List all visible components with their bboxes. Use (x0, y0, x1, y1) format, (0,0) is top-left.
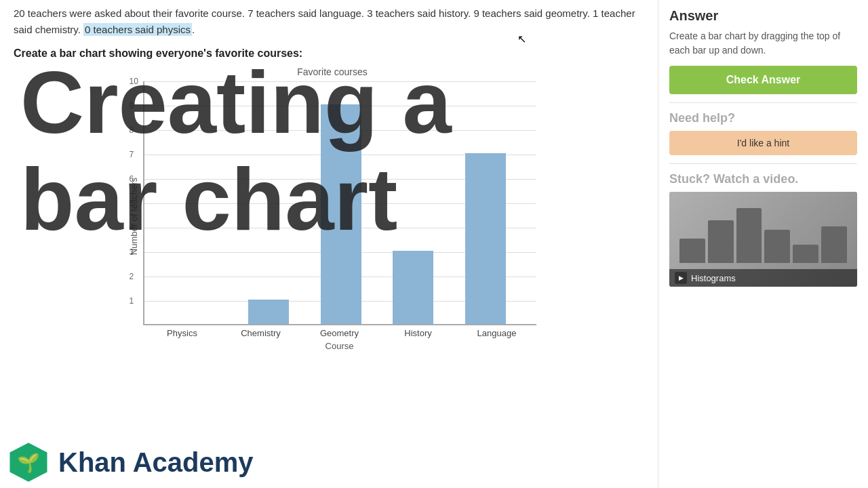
play-icon (675, 272, 687, 284)
chart-body: 10987654321 PhysicsChemistryGeometryHist… (143, 81, 536, 351)
chart-bar[interactable] (248, 300, 289, 324)
video-label: Histograms (691, 273, 736, 283)
y-tick: 6 (130, 174, 134, 184)
ka-hex-icon: 🌱 (7, 441, 50, 484)
stuck-section: Stuck? Watch a video. Histograms (669, 172, 857, 287)
fake-chart (676, 199, 850, 266)
highlight-text: 0 teachers said physics (83, 23, 192, 36)
answer-description: Create a bar chart by dragging the top o… (669, 29, 857, 58)
x-label: Chemistry (222, 328, 300, 338)
x-axis-title: Course (143, 341, 536, 351)
video-thumbnail[interactable]: Histograms (669, 192, 857, 287)
y-tick: 9 (130, 101, 134, 110)
answer-title: Answer (669, 8, 857, 24)
divider-1 (669, 102, 857, 103)
problem-text: 20 teachers were asked about their favor… (14, 0, 644, 38)
y-tick: 5 (130, 199, 134, 208)
svg-text:🌱: 🌱 (17, 452, 40, 474)
fake-bar-1 (679, 239, 705, 263)
x-label: Geometry (300, 328, 379, 338)
fake-bar-2 (708, 220, 734, 263)
chart-title: Favorite courses (297, 66, 367, 77)
problem-text-after: . (192, 24, 195, 35)
divider-2 (669, 163, 857, 164)
stuck-title: Stuck? Watch a video. (669, 172, 857, 186)
sidebar: Answer Create a bar chart by dragging th… (658, 0, 868, 488)
x-labels-row: PhysicsChemistryGeometryHistoryLanguage (143, 328, 536, 338)
video-label-bar: Histograms (669, 269, 857, 287)
y-tick: 1 (130, 296, 134, 306)
fake-bar-4 (764, 230, 790, 264)
ka-name: Khan Academy (58, 447, 254, 478)
need-help-title: Need help? (669, 111, 857, 125)
hint-button[interactable]: I'd like a hint (669, 131, 857, 155)
y-axis-label: Number of teachers (129, 178, 139, 255)
need-help-section: Need help? I'd like a hint (669, 111, 857, 155)
x-label: Language (458, 328, 536, 338)
x-label: Physics (143, 328, 222, 338)
khan-academy-logo: 🌱 Khan Academy (0, 436, 260, 488)
answer-section: Answer Create a bar chart by dragging th… (669, 8, 857, 58)
chart-grid[interactable]: 10987654321 (143, 81, 536, 325)
main-content: 20 teachers were asked about their favor… (0, 0, 658, 488)
y-tick: 2 (130, 272, 134, 281)
question-text: Create a bar chart showing everyone's fa… (14, 47, 644, 60)
y-tick: 8 (130, 125, 134, 135)
chart-bar[interactable] (393, 251, 433, 324)
y-tick: 3 (130, 247, 134, 257)
x-label: History (379, 328, 458, 338)
y-tick: 7 (130, 150, 134, 159)
fake-bar-3 (736, 208, 762, 263)
fake-bar-6 (821, 226, 847, 263)
grid-line (144, 81, 536, 82)
check-answer-button[interactable]: Check Answer (669, 66, 857, 94)
fake-bar-5 (793, 245, 818, 263)
y-tick: 4 (130, 223, 134, 232)
chart-bar[interactable] (321, 104, 361, 324)
chart-wrapper: Favorite courses Number of teachers 1098… (20, 66, 644, 351)
y-tick: 10 (130, 77, 138, 86)
chart-inner: Number of teachers 10987654321 PhysicsCh… (129, 81, 536, 351)
video-thumb-inner: Histograms (669, 192, 857, 287)
chart-bar[interactable] (465, 153, 506, 324)
